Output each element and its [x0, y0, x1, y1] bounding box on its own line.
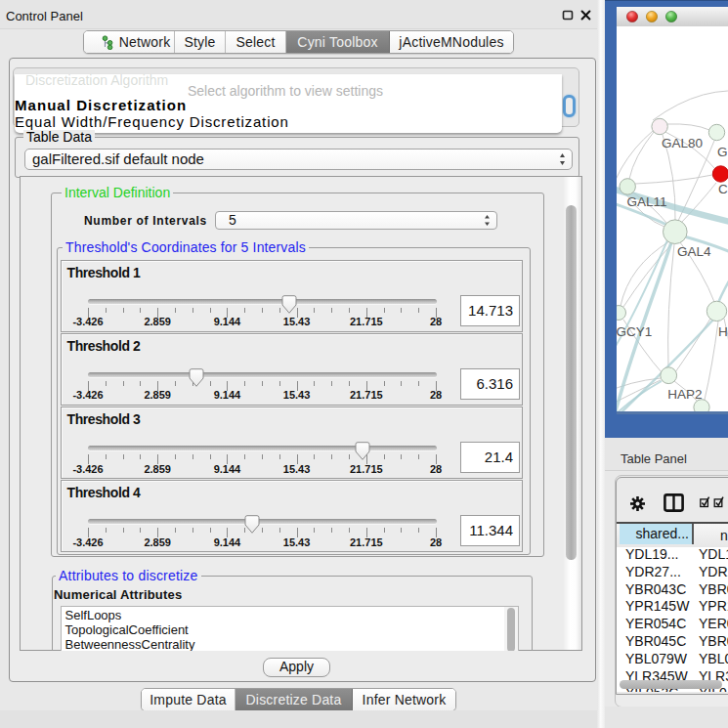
svg-text:GAL80: GAL80 — [662, 136, 703, 150]
svg-text:C: C — [718, 182, 728, 196]
svg-text:G.: G. — [717, 145, 728, 159]
svg-text:GAL11: GAL11 — [627, 194, 667, 209]
svg-text:GCY1: GCY1 — [617, 324, 652, 339]
svg-text:HAP2: HAP2 — [667, 387, 702, 402]
svg-text:H: H — [718, 324, 728, 339]
svg-text:GAL4: GAL4 — [677, 244, 711, 259]
